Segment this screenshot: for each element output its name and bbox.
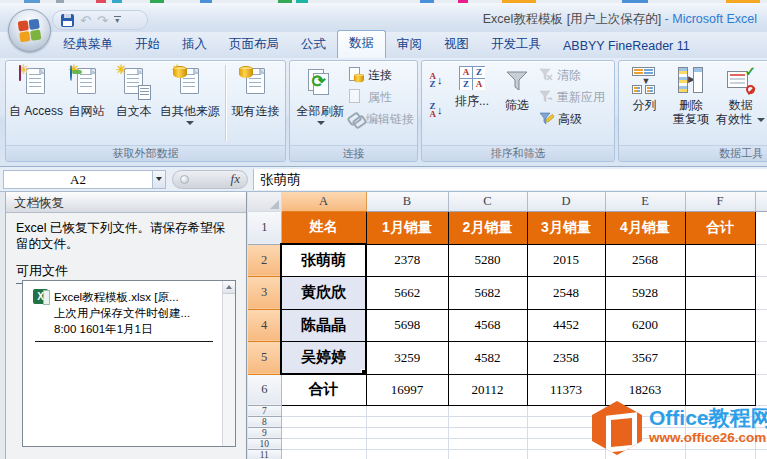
cell-F2[interactable]	[685, 244, 755, 276]
text-to-columns-button[interactable]: ▼ 分列	[622, 63, 667, 145]
remove-duplicates-button[interactable]: ▶ 删除 重复项	[667, 63, 716, 145]
row-header-6[interactable]: 6	[248, 374, 281, 405]
sort-descending-button[interactable]: ZA↓	[425, 99, 447, 121]
tab-insert[interactable]: 插入	[171, 32, 218, 58]
cell[interactable]	[448, 427, 527, 438]
tab-classic-menu[interactable]: 经典菜单	[52, 32, 124, 58]
cell-E3[interactable]: 5928	[605, 276, 685, 309]
cell-B1[interactable]: 1月销量	[366, 211, 448, 244]
cell-B2[interactable]: 2378	[366, 244, 448, 276]
cell-C4[interactable]: 4568	[448, 309, 527, 341]
cell[interactable]	[281, 438, 366, 449]
fill-handle[interactable]	[361, 369, 366, 374]
col-header-E[interactable]: E	[605, 192, 685, 211]
from-text-button[interactable]: ✳ 自文本	[110, 63, 157, 145]
cell-E5[interactable]: 3567	[605, 341, 685, 374]
sort-button[interactable]: AZZA 排序...	[449, 63, 495, 145]
cell-G1[interactable]	[755, 211, 767, 244]
filter-button[interactable]: 筛选	[495, 63, 539, 145]
cell-F4[interactable]	[685, 309, 755, 341]
row-header-10[interactable]: 10	[248, 438, 281, 449]
save-icon[interactable]	[61, 14, 74, 27]
cell-B4[interactable]: 5698	[366, 309, 448, 341]
cell[interactable]	[281, 427, 366, 438]
cell[interactable]	[366, 416, 448, 427]
cell-F5[interactable]	[685, 341, 755, 374]
name-box-dropdown[interactable]	[153, 170, 166, 189]
cell-D5[interactable]: 2358	[527, 341, 605, 374]
cell-D3[interactable]: 2548	[527, 276, 605, 309]
cell-D4[interactable]: 4452	[527, 309, 605, 341]
col-header-F[interactable]: F	[685, 192, 755, 211]
cell-A4[interactable]: 陈晶晶	[281, 309, 366, 341]
from-access-button[interactable]: ✳ 自 Access	[9, 63, 63, 145]
tab-home[interactable]: 开始	[124, 32, 171, 58]
cell-G4[interactable]	[755, 309, 767, 341]
cell-A6[interactable]: 合计	[281, 374, 366, 405]
tab-review[interactable]: 审阅	[386, 32, 433, 58]
cell[interactable]	[281, 449, 366, 459]
reapply-filter-button[interactable]: 重新应用	[539, 88, 611, 106]
formula-input[interactable]: 张萌萌	[253, 169, 767, 190]
name-box[interactable]: A2	[3, 170, 153, 189]
cell-D1[interactable]: 3月销量	[527, 211, 605, 244]
cell-F3[interactable]	[685, 276, 755, 309]
cell-B3[interactable]: 5662	[366, 276, 448, 309]
cell[interactable]	[448, 449, 527, 459]
tab-view[interactable]: 视图	[433, 32, 480, 58]
sort-ascending-button[interactable]: AZ↓	[425, 69, 447, 91]
cell-B6[interactable]: 16997	[366, 374, 448, 405]
cell[interactable]	[281, 416, 366, 427]
row-header-9[interactable]: 9	[248, 427, 281, 438]
active-cell-A2[interactable]: 张萌萌	[281, 244, 366, 276]
cell-A1[interactable]: 姓名	[281, 211, 366, 244]
advanced-filter-button[interactable]: 高级	[539, 110, 611, 128]
cell-G3[interactable]	[755, 276, 767, 309]
cell-C5[interactable]: 4582	[448, 341, 527, 374]
tab-page-layout[interactable]: 页面布局	[218, 32, 290, 58]
cell-E2[interactable]: 2568	[605, 244, 685, 276]
office-button[interactable]	[8, 9, 51, 52]
tab-abbyy[interactable]: ABBYY FineReader 11	[552, 35, 701, 58]
tab-developer[interactable]: 开发工具	[480, 32, 552, 58]
from-web-button[interactable]: ✳ 自网站	[63, 63, 110, 145]
select-all-corner[interactable]	[248, 192, 281, 211]
cell[interactable]	[448, 438, 527, 449]
cell-E1[interactable]: 4月销量	[605, 211, 685, 244]
row-header-11[interactable]: 11	[248, 449, 281, 459]
cell[interactable]	[366, 405, 448, 416]
row-header-4[interactable]: 4	[248, 309, 281, 341]
col-header-C[interactable]: C	[448, 192, 527, 211]
cell-C1[interactable]: 2月销量	[448, 211, 527, 244]
col-header-D[interactable]: D	[527, 192, 605, 211]
row-header-3[interactable]: 3	[248, 276, 281, 309]
cell[interactable]	[448, 405, 527, 416]
cell-G2[interactable]	[755, 244, 767, 276]
cell-F1[interactable]: 合计	[685, 211, 755, 244]
undo-icon[interactable]: ↶	[80, 14, 91, 27]
list-scrollbar[interactable]	[222, 281, 235, 446]
cell[interactable]	[366, 427, 448, 438]
data-validation-button[interactable]: ✓ 数据 有效性	[715, 63, 766, 145]
existing-connections-button[interactable]: 现有连接	[229, 63, 282, 145]
row-header-7[interactable]: 7	[248, 405, 281, 416]
tab-data[interactable]: 数据	[337, 30, 386, 58]
cell-C2[interactable]: 5280	[448, 244, 527, 276]
properties-button[interactable]: 属性	[348, 88, 414, 106]
insert-function-button[interactable]: fx	[231, 171, 240, 187]
row-header-5[interactable]: 5	[248, 341, 281, 374]
cell[interactable]	[366, 449, 448, 459]
cell-G5[interactable]	[755, 341, 767, 374]
clear-filter-button[interactable]: 清除	[539, 66, 611, 84]
cell[interactable]	[366, 438, 448, 449]
connections-button[interactable]: 连接	[348, 66, 414, 84]
cell-C6[interactable]: 20112	[448, 374, 527, 405]
row-header-1[interactable]: 1	[248, 211, 281, 244]
customize-qat-icon[interactable]: ▾	[114, 16, 121, 24]
col-header-B[interactable]: B	[366, 192, 448, 211]
col-header-G[interactable]	[755, 192, 767, 211]
tab-formulas[interactable]: 公式	[290, 32, 337, 58]
row-header-8[interactable]: 8	[248, 416, 281, 427]
cell-A5[interactable]: 吴婷婷	[281, 341, 366, 374]
cell-C3[interactable]: 5682	[448, 276, 527, 309]
